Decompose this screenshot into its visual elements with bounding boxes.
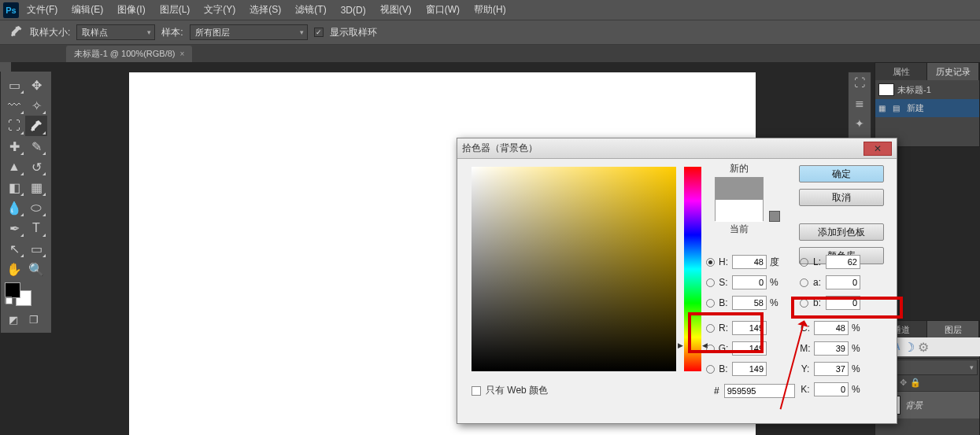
history-panel: 属性 历史记录 未标题-1 ▦ ▤ 新建 — [875, 62, 980, 147]
bblue-radio[interactable] — [706, 365, 715, 374]
doc-icon: ▤ — [893, 104, 904, 112]
b2-label: b: — [812, 297, 823, 308]
color-preview[interactable] — [715, 177, 764, 221]
r-input[interactable] — [732, 321, 767, 335]
screenmode-icon[interactable]: ❐ — [25, 312, 43, 326]
dialog-titlebar[interactable]: 拾色器（背景色） ✕ — [457, 138, 897, 159]
menu-select[interactable]: 选择(S) — [243, 1, 287, 19]
bri-input[interactable] — [732, 296, 767, 310]
eyedropper-tool[interactable] — [25, 116, 47, 136]
history-step-label: 新建 — [907, 102, 924, 114]
web-colors-checkbox[interactable] — [472, 386, 481, 396]
clone-stamp-tool[interactable]: ▲ — [3, 157, 25, 177]
y-input[interactable] — [814, 362, 849, 376]
g-input[interactable] — [732, 341, 767, 356]
default-colors-icon[interactable] — [5, 297, 13, 304]
menu-3d[interactable]: 3D(D) — [335, 2, 372, 18]
magic-wand-tool[interactable]: ✧ — [25, 95, 47, 116]
navigator-icon[interactable]: ⛶ — [849, 72, 871, 93]
document-tab-title: 未标题-1 @ 100%(RGB/8) — [74, 48, 176, 60]
quickmask-icon[interactable]: ◩ — [5, 312, 22, 326]
hue-input[interactable] — [732, 255, 767, 269]
close-icon[interactable]: × — [180, 50, 185, 58]
menu-edit[interactable]: 编辑(E) — [65, 1, 109, 19]
lasso-tool[interactable]: 〰 — [3, 95, 25, 116]
dodge-tool[interactable]: ⬭ — [25, 197, 47, 218]
r-radio[interactable] — [706, 324, 715, 333]
menu-filter[interactable]: 滤镜(T) — [289, 1, 332, 19]
gear-icon[interactable]: ⚙ — [918, 340, 929, 355]
b2-input[interactable] — [826, 296, 860, 310]
path-select-tool[interactable]: ↖ — [3, 238, 25, 259]
move-tool[interactable]: ✥ — [25, 75, 47, 95]
l-input[interactable] — [826, 255, 860, 269]
history-doc-row[interactable]: 未标题-1 — [875, 80, 979, 99]
dialog-close-button[interactable]: ✕ — [864, 142, 892, 156]
brush-tool[interactable]: ✎ — [25, 136, 47, 157]
gradient-tool[interactable]: ▦ — [25, 177, 47, 197]
histogram-icon[interactable]: ≣ — [849, 93, 871, 113]
hue-slider-handle[interactable]: ▶◀ — [678, 341, 708, 349]
k-input[interactable] — [814, 382, 849, 396]
sample-size-dropdown[interactable]: 取样点 — [76, 24, 155, 40]
lock-position-icon[interactable]: ✥ — [900, 378, 907, 389]
ok-button[interactable]: 确定 — [799, 165, 884, 182]
bblue-input[interactable] — [732, 362, 767, 376]
type-tool[interactable]: T — [25, 218, 47, 238]
blur-tool[interactable]: 💧 — [3, 197, 25, 218]
menu-view[interactable]: 视图(V) — [374, 1, 418, 19]
g-label: G: — [718, 343, 729, 354]
eraser-tool[interactable]: ◧ — [3, 177, 25, 197]
color-field[interactable] — [472, 167, 676, 371]
sat-radio[interactable] — [706, 278, 715, 287]
info-icon[interactable]: ✦ — [849, 113, 871, 134]
hex-input[interactable] — [724, 384, 795, 398]
add-swatch-button[interactable]: 添加到色板 — [799, 223, 884, 241]
c-input[interactable] — [814, 321, 849, 335]
marquee-tool[interactable]: ▭ — [3, 75, 25, 95]
tab-history[interactable]: 历史记录 — [927, 63, 979, 80]
document-tab[interactable]: 未标题-1 @ 100%(RGB/8) × — [66, 46, 192, 62]
menu-layer[interactable]: 图层(L) — [153, 1, 197, 19]
r-label: R: — [718, 323, 729, 334]
menu-type[interactable]: 文字(Y) — [198, 1, 242, 19]
show-ring-checkbox[interactable]: ✓ — [314, 28, 324, 37]
eyedropper-icon — [9, 25, 24, 39]
menu-help[interactable]: 帮助(H) — [468, 1, 512, 19]
cancel-button[interactable]: 取消 — [799, 189, 884, 206]
bri-radio[interactable] — [706, 299, 715, 308]
shape-tool[interactable]: ▭ — [25, 238, 47, 259]
hand-tool[interactable]: ✋ — [3, 259, 25, 279]
menu-image[interactable]: 图像(I) — [111, 1, 151, 19]
hue-radio[interactable] — [706, 258, 715, 267]
g-radio[interactable] — [706, 345, 715, 353]
color-model-inputs: H: 度 L: S: % a: — [706, 252, 889, 400]
foreground-swatch[interactable] — [5, 282, 20, 298]
m-input[interactable] — [814, 341, 849, 356]
lock-all-icon[interactable]: 🔒 — [910, 378, 921, 389]
menu-file[interactable]: 文件(F) — [20, 1, 64, 19]
sat-input[interactable] — [732, 275, 767, 289]
color-swatches[interactable] — [5, 282, 31, 306]
menu-bar: Ps 文件(F) 编辑(E) 图像(I) 图层(L) 文字(Y) 选择(S) 滤… — [0, 0, 980, 20]
moon-icon[interactable]: ☽ — [904, 340, 915, 355]
pen-tool[interactable]: ✒ — [3, 218, 25, 238]
menu-window[interactable]: 窗口(W) — [420, 1, 466, 19]
a-radio[interactable] — [800, 278, 808, 287]
websafe-cube-icon[interactable] — [769, 211, 780, 222]
history-brush-tool[interactable]: ↺ — [25, 157, 47, 177]
layer-name: 背景 — [905, 400, 923, 411]
b2-radio[interactable] — [800, 299, 808, 308]
zoom-tool[interactable]: 🔍 — [25, 259, 47, 279]
label-new: 新的 — [709, 162, 769, 175]
color-picker-dialog: 拾色器（背景色） ✕ ▶◀ 新的 当前 确定 取消 添加到色板 颜色库 H: — [457, 138, 897, 424]
sample-dropdown[interactable]: 所有图层 — [190, 24, 308, 40]
l-radio[interactable] — [800, 258, 808, 267]
history-step-new[interactable]: ▦ ▤ 新建 — [875, 99, 979, 117]
crop-tool[interactable]: ⛶ — [3, 116, 25, 136]
tab-properties[interactable]: 属性 — [875, 63, 927, 80]
a-input[interactable] — [826, 275, 860, 289]
healing-brush-tool[interactable]: ✚ — [3, 136, 25, 157]
tab-layers[interactable]: 图层 — [927, 321, 979, 338]
hue-slider[interactable] — [684, 167, 701, 371]
